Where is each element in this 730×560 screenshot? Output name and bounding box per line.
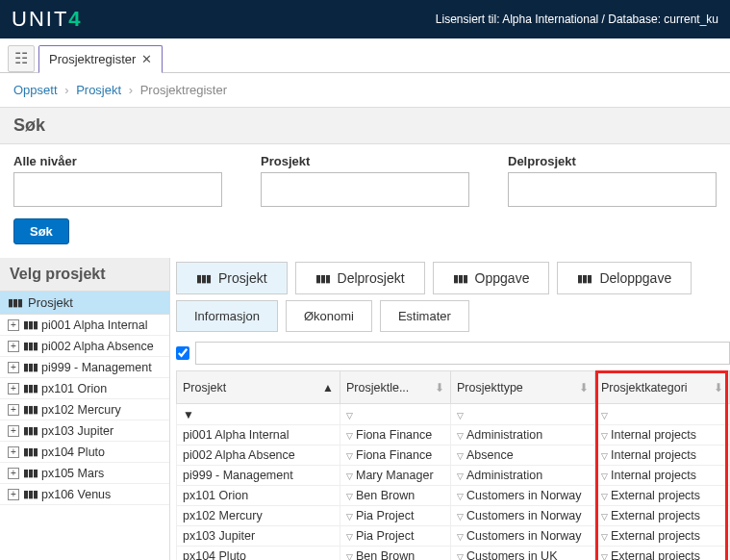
funnel-icon: ▼ bbox=[183, 408, 194, 421]
cell: ▽External projects bbox=[595, 526, 730, 547]
dropdown-icon: ▽ bbox=[457, 471, 464, 481]
bar-icon: ▮▮▮ bbox=[23, 424, 38, 437]
input-subproject[interactable] bbox=[508, 172, 717, 207]
table-row[interactable]: pi001 Alpha Internal▽Fiona Finance▽Admin… bbox=[177, 425, 730, 445]
dropdown-icon: ▽ bbox=[346, 451, 353, 461]
sub-tabs: Informasjon Økonomi Estimater bbox=[176, 298, 730, 340]
tree-root[interactable]: ▮▮▮ Prosjekt bbox=[0, 292, 169, 315]
label-levels: Alle nivåer bbox=[13, 154, 222, 168]
filter-cell[interactable]: ▼ bbox=[177, 404, 340, 425]
tree-item-label: px105 Mars bbox=[41, 467, 104, 480]
expand-icon[interactable]: + bbox=[8, 468, 19, 479]
cell: ▽External projects bbox=[595, 547, 730, 561]
breadcrumb: Oppsett › Prosjekt › Prosjektregister bbox=[0, 73, 730, 107]
cell: ▽Administration bbox=[451, 466, 595, 486]
tree-item[interactable]: + ▮▮▮ px102 Mercury bbox=[0, 399, 169, 420]
logo-suffix: 4 bbox=[68, 7, 82, 31]
expand-icon[interactable]: + bbox=[8, 446, 19, 458]
table-row[interactable]: px101 Orion▽Ben Brown▽Customers in Norwa… bbox=[177, 486, 730, 506]
cell: ▽Ben Brown bbox=[340, 486, 451, 506]
col-prosjektleder[interactable]: Prosjektle...⬇ bbox=[340, 371, 451, 404]
tree-item-label: px103 Jupiter bbox=[41, 424, 113, 438]
cell: px102 Mercury bbox=[177, 506, 340, 526]
tree-item[interactable]: + ▮▮▮ px104 Pluto bbox=[0, 442, 169, 463]
tab-deloppgave[interactable]: ▮▮▮Deloppgave bbox=[557, 262, 692, 294]
label-subproject: Delprosjekt bbox=[508, 154, 717, 168]
search-button[interactable]: Søk bbox=[13, 218, 69, 244]
table-row[interactable]: px104 Pluto▽Ben Brown▽Customers in UK▽Ex… bbox=[177, 547, 730, 561]
cell: px104 Pluto bbox=[177, 547, 340, 561]
dropdown-icon: ▽ bbox=[601, 471, 608, 481]
expand-icon[interactable]: + bbox=[8, 489, 19, 500]
main-menu-button[interactable]: ☷ bbox=[8, 45, 35, 72]
dropdown-icon: ▽ bbox=[346, 471, 353, 481]
expand-icon[interactable]: + bbox=[8, 362, 19, 373]
cell: ▽Ben Brown bbox=[340, 547, 451, 561]
sort-down-icon: ⬇ bbox=[714, 381, 723, 395]
crumb-prosjekt[interactable]: Prosjekt bbox=[76, 83, 121, 97]
input-project[interactable] bbox=[261, 172, 469, 207]
dropdown-icon: ▽ bbox=[601, 431, 608, 441]
dropdown-icon: ▽ bbox=[346, 431, 353, 441]
cell: ▽Internal projects bbox=[595, 466, 730, 486]
col-prosjektkategori[interactable]: Prosjektkategori⬇ bbox=[595, 371, 730, 404]
tab-delprosjekt[interactable]: ▮▮▮Delprosjekt bbox=[295, 262, 425, 294]
dropdown-icon: ▽ bbox=[346, 532, 353, 542]
sort-up-icon: ▲ bbox=[322, 381, 334, 395]
expand-icon[interactable]: + bbox=[8, 319, 19, 331]
dropdown-icon: ▽ bbox=[601, 512, 608, 522]
project-table: Prosjekt▲ Prosjektle...⬇ Prosjekttype⬇ P… bbox=[176, 370, 730, 560]
table-row[interactable]: px103 Jupiter▽Pia Project▽Customers in N… bbox=[177, 526, 730, 547]
tree-item[interactable]: + ▮▮▮ px105 Mars bbox=[0, 463, 169, 484]
expand-icon[interactable]: + bbox=[8, 425, 19, 437]
close-icon[interactable]: ✕ bbox=[141, 52, 152, 66]
tab-oppgave[interactable]: ▮▮▮Oppgave bbox=[433, 262, 550, 294]
tree-item[interactable]: + ▮▮▮ px106 Venus bbox=[0, 484, 169, 505]
search-fields: Alle nivåer Prosjekt Delprosjekt bbox=[0, 144, 730, 211]
cell: ▽Internal projects bbox=[595, 425, 730, 445]
col-prosjekt[interactable]: Prosjekt▲ bbox=[177, 371, 340, 404]
tree-item-label: pi002 Alpha Absence bbox=[41, 340, 154, 353]
tree-root-label: Prosjekt bbox=[28, 295, 73, 310]
table-row[interactable]: px102 Mercury▽Pia Project▽Customers in N… bbox=[177, 506, 730, 526]
input-levels[interactable] bbox=[13, 172, 222, 207]
subtab-estimater[interactable]: Estimater bbox=[380, 300, 469, 332]
crumb-oppsett[interactable]: Oppsett bbox=[13, 83, 58, 97]
cell: ▽Administration bbox=[451, 425, 595, 445]
expand-icon[interactable]: + bbox=[8, 404, 19, 416]
tab-prosjektregister[interactable]: Prosjektregister ✕ bbox=[38, 45, 163, 73]
dropdown-icon: ▽ bbox=[346, 411, 353, 420]
table-row[interactable]: pi002 Alpha Absence▽Fiona Finance▽Absenc… bbox=[177, 445, 730, 466]
tree-item[interactable]: + ▮▮▮ px101 Orion bbox=[0, 378, 169, 399]
dropdown-icon: ▽ bbox=[601, 411, 608, 420]
dropdown-icon: ▽ bbox=[601, 492, 608, 501]
tree-item[interactable]: + ▮▮▮ pi999 - Management bbox=[0, 357, 169, 378]
sidebar-title: Velg prosjekt bbox=[0, 258, 169, 292]
expand-icon[interactable]: + bbox=[8, 341, 19, 352]
cell: ▽Customers in Norway bbox=[451, 506, 595, 526]
tree-item[interactable]: + ▮▮▮ pi001 Alpha Internal bbox=[0, 315, 169, 336]
filter-cell[interactable]: ▽ bbox=[340, 404, 451, 425]
col-prosjekttype[interactable]: Prosjekttype⬇ bbox=[451, 371, 595, 404]
dropdown-icon: ▽ bbox=[457, 512, 464, 522]
filter-text[interactable] bbox=[195, 342, 730, 365]
filter-checkbox[interactable] bbox=[176, 346, 189, 360]
cell: ▽Customers in Norway bbox=[451, 486, 595, 506]
bar-icon: ▮▮▮ bbox=[315, 272, 330, 285]
filter-cell[interactable]: ▽ bbox=[451, 404, 595, 425]
expand-icon[interactable]: + bbox=[8, 383, 19, 395]
filter-cell[interactable]: ▽ bbox=[595, 404, 730, 425]
subtab-okonomi[interactable]: Økonomi bbox=[286, 300, 372, 332]
cell: ▽Absence bbox=[451, 445, 595, 466]
dropdown-icon: ▽ bbox=[457, 451, 464, 461]
bar-icon: ▮▮▮ bbox=[23, 488, 38, 500]
bar-icon: ▮▮▮ bbox=[23, 340, 38, 352]
bar-icon: ▮▮▮ bbox=[577, 272, 592, 285]
tab-prosjekt[interactable]: ▮▮▮Prosjekt bbox=[176, 262, 288, 294]
table-row[interactable]: pi999 - Management▽Mary Manager▽Administ… bbox=[177, 466, 730, 486]
tree-item[interactable]: + ▮▮▮ pi002 Alpha Absence bbox=[0, 336, 169, 357]
cell: ▽Pia Project bbox=[340, 506, 451, 526]
subtab-informasjon[interactable]: Informasjon bbox=[176, 300, 278, 332]
tree-item[interactable]: + ▮▮▮ px103 Jupiter bbox=[0, 420, 169, 442]
search-section-title: Søk bbox=[0, 107, 730, 144]
